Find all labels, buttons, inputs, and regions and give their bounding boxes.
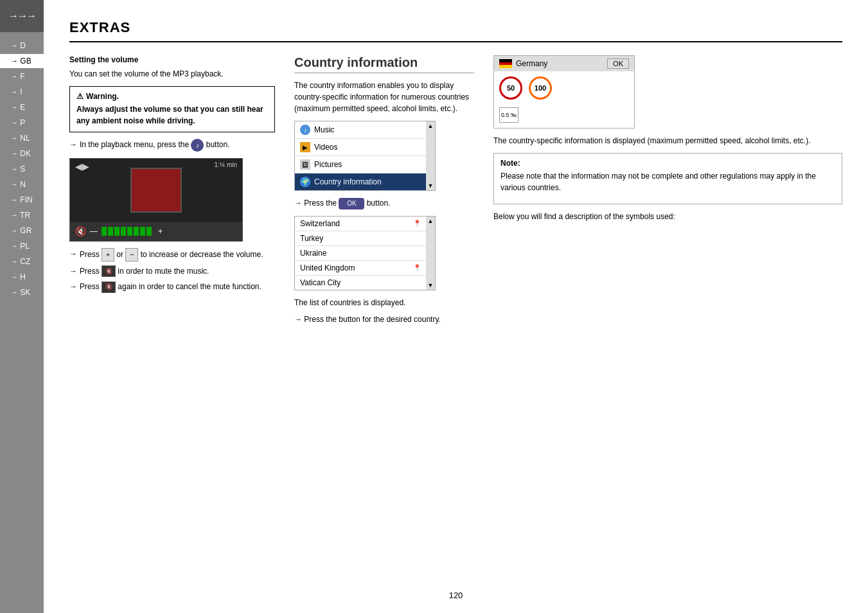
mute-icon-bar: 🔇 [75,226,86,236]
country-item-ukraine[interactable]: Ukraine [295,246,426,261]
country-name-switzerland: Switzerland [300,219,340,228]
sidebar-item-e[interactable]: → E [0,100,44,114]
vol-seg-6 [134,227,139,236]
country-flag-name: Germany [499,59,547,68]
instruction-4: → Press 🔇 again in order to cancel the m… [69,281,275,293]
press-country-text: → Press the button for the desired count… [294,314,474,325]
scroll-up-arrow[interactable]: ▲ [428,121,434,129]
menu-items-area: ♪ Music ▶ Videos 🖼 Pictures 🌍 [295,121,426,190]
menu-label-country-info: Country information [314,177,382,186]
arrow-2: → [69,248,77,260]
countries-scroll-down[interactable]: ▼ [428,282,434,290]
menu-item-videos[interactable]: ▶ Videos [295,139,426,156]
country-name-display: Germany [516,59,547,68]
page-number: 120 [449,591,463,600]
menu-item-pictures[interactable]: 🖼 Pictures [295,156,426,173]
sidebar-nav: → D → GB → F → I → E → P → NL → DK → S →… [0,32,44,299]
sidebar-item-s[interactable]: → S [0,162,44,176]
sidebar-item-dk[interactable]: → DK [0,147,44,161]
section-heading-volume: Setting the volume [69,55,275,64]
menu-scrollbar[interactable]: ▲ ▼ [426,121,435,190]
sidebar-item-n[interactable]: → N [0,177,44,191]
plus-label: + [158,227,163,236]
album-art [130,168,182,213]
press-ok-text: → Press the OK button. [294,197,390,209]
sidebar-item-cz[interactable]: → CZ [0,254,44,269]
country-menu-icon: 🌍 [300,177,310,187]
country-item-vatican[interactable]: Vatican City [295,276,426,290]
sidebar-item-i[interactable]: → I [0,85,44,99]
vol-seg-7 [140,227,145,236]
music-menu-icon: ♪ [300,125,310,135]
sidebar-item-pl[interactable]: → PL [0,239,44,253]
menu-list-inner: ♪ Music ▶ Videos 🖼 Pictures 🌍 [295,121,435,190]
symbols-text: Below you will find a description of the… [493,211,842,222]
arrow-3: → [69,265,77,277]
dash-separator: — [90,227,98,236]
country-display-header: Germany OK [494,56,634,71]
warning-icon: ⚠ [76,92,84,101]
sidebar-item-sk[interactable]: → SK [0,285,44,299]
content-columns: Setting the volume You can set the volum… [69,55,842,330]
menu-label-videos: Videos [314,143,337,152]
sidebar-item-gr[interactable]: → GR [0,224,44,238]
main-content: EXTRAS Setting the volume You can set th… [44,0,868,613]
plus-button[interactable]: + [102,248,114,262]
country-name-turkey: Turkey [300,234,323,243]
arrow-4: → [69,281,77,292]
sidebar-item-p[interactable]: → P [0,116,44,130]
instruction-4-text: Press 🔇 again in order to cancel the mut… [80,281,261,293]
volume-segments [102,227,152,236]
instruction-1-text: In the playback menu, press the ♪ button… [80,139,229,152]
menu-item-country-info[interactable]: 🌍 Country information [295,173,426,190]
menu-label-pictures: Pictures [314,160,342,169]
countries-list: Switzerland 📍 Turkey Ukraine United King… [294,216,436,290]
countries-scroll-up[interactable]: ▲ [428,217,434,224]
country-heading: Country information [294,55,474,73]
country-name-uk: United Kingdom [300,263,355,272]
vol-seg-8 [146,227,152,236]
right-column: Germany OK 50 100 0.5 ‰ [493,55,842,330]
country-item-switzerland[interactable]: Switzerland 📍 [295,217,426,231]
music-button[interactable]: ♪ [191,139,204,152]
note-title: Note: [500,159,835,168]
press-ok-instruction: → Press the OK button. [294,197,474,209]
country-item-uk[interactable]: United Kingdom 📍 [295,261,426,276]
instruction-2: → Press + or − to increase or decrease t… [69,248,275,262]
country-display-icons: 50 100 [494,71,634,105]
mute-button-1[interactable]: 🔇 [102,265,116,277]
menu-item-music[interactable]: ♪ Music [295,121,426,139]
sidebar-item-f[interactable]: → F [0,69,44,84]
sidebar-item-gb[interactable]: → GB [0,54,44,68]
warning-text: Always adjust the volume so that you can… [76,103,268,127]
player-controls-bar: 🔇 — + [70,222,242,241]
scroll-down-arrow[interactable]: ▼ [428,182,434,190]
sidebar-item-nl[interactable]: → NL [0,131,44,145]
list-displayed-text: The list of countries is displayed. [294,297,474,308]
sidebar-item-h[interactable]: → H [0,270,44,284]
sidebar-item-tr[interactable]: → TR [0,208,44,222]
country-ok-button[interactable]: OK [607,58,629,69]
video-menu-icon: ▶ [300,142,310,152]
country-intro-text: The country information enables you to d… [294,80,474,114]
arrows-symbol: →→→ [8,10,35,22]
ok-button[interactable]: OK [339,198,364,209]
speed-100-label: 100 [535,84,546,92]
minus-button[interactable]: − [125,248,138,262]
germany-flag [499,59,512,68]
instruction-3-text: Press 🔇 in order to mute the music. [80,265,209,278]
note-text: Please note that the information may not… [500,170,835,193]
mute-button-2[interactable]: 🔇 [102,281,116,293]
vol-seg-3 [114,227,120,236]
sidebar-item-d[interactable]: → D [0,39,44,53]
country-display: Germany OK 50 100 0.5 ‰ [493,55,635,129]
extras-header: EXTRAS [69,19,842,42]
country-item-turkey[interactable]: Turkey [295,231,426,246]
middle-column: Country information The country informat… [294,55,474,330]
alcohol-limit-label: 0.5 ‰ [501,112,517,118]
sidebar-item-fin[interactable]: → FIN [0,193,44,207]
countries-scrollbar[interactable]: ▲ ▼ [426,217,435,290]
vol-seg-4 [121,227,126,236]
country-name-ukraine: Ukraine [300,249,326,258]
vol-seg-1 [102,227,107,236]
